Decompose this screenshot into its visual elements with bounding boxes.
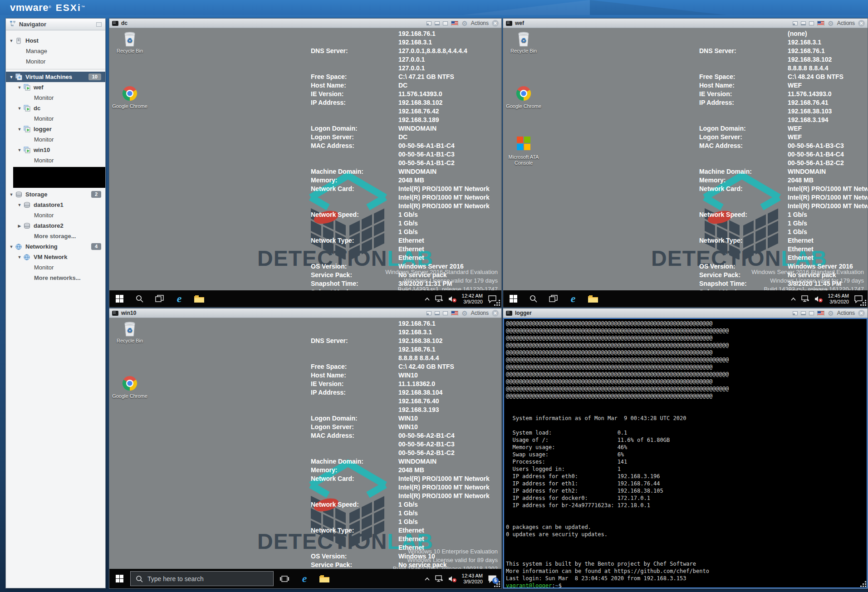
sidebar-item-monitor[interactable]: Monitor xyxy=(6,93,105,103)
ie-icon[interactable]: e xyxy=(169,290,189,307)
actions-button[interactable]: Actions xyxy=(837,20,855,26)
chevron-down-icon[interactable]: ▼ xyxy=(9,75,14,79)
ie-icon[interactable]: e xyxy=(563,290,583,307)
desktop-icon-microsoft-ata-console[interactable]: Microsoft ATA Console xyxy=(506,136,541,166)
sidebar-item-monitor[interactable]: Monitor xyxy=(6,113,105,124)
sidebar-item-monitor[interactable]: Monitor xyxy=(6,155,105,166)
window-titlebar[interactable]: logger ⚙ Actions ✕ xyxy=(503,308,868,318)
vm-desktop[interactable]: DETECTIONLAB ♻Recycle BinGoogle Chrome 1… xyxy=(109,28,501,307)
keyboard-layout-flag-icon[interactable] xyxy=(451,21,458,26)
desktop-icon-recycle-bin[interactable]: ♻Recycle Bin xyxy=(112,30,147,54)
chevron-down-icon[interactable]: ▼ xyxy=(17,203,22,207)
vm-desktop[interactable]: DETECTIONLAB ♻Recycle BinGoogle ChromeMi… xyxy=(503,28,868,307)
close-icon[interactable]: ✕ xyxy=(858,310,865,317)
taskview-icon[interactable] xyxy=(543,290,563,307)
gear-icon[interactable]: ⚙ xyxy=(828,20,834,27)
maximize-icon[interactable] xyxy=(809,311,814,315)
chevron-down-icon[interactable]: ▼ xyxy=(17,106,22,111)
fullscreen-console-icon[interactable] xyxy=(435,21,440,25)
chevron-down-icon[interactable]: ▼ xyxy=(17,127,22,132)
taskbar-clock[interactable]: 12:43 AM3/9/2020 xyxy=(462,573,483,585)
desktop-icon-google-chrome[interactable]: Google Chrome xyxy=(112,375,147,399)
gear-icon[interactable]: ⚙ xyxy=(828,310,834,317)
sidebar-item-vm-network[interactable]: ▼VM Network xyxy=(6,252,105,262)
window-titlebar[interactable]: win10 ⚙ Actions ✕ xyxy=(109,308,501,318)
sidebar-item-more-networks[interactable]: More networks... xyxy=(6,273,105,283)
close-icon[interactable]: ✕ xyxy=(492,20,499,27)
explorer-icon[interactable] xyxy=(314,569,334,588)
tray-muted-speaker-icon[interactable] xyxy=(448,575,457,582)
keyboard-layout-flag-icon[interactable] xyxy=(817,21,824,26)
sidebar-item-datastore1[interactable]: ▼datastore1 xyxy=(6,200,105,210)
fullscreen-console-icon[interactable] xyxy=(801,21,806,25)
actions-button[interactable]: Actions xyxy=(471,20,489,26)
fullscreen-console-icon[interactable] xyxy=(435,311,440,315)
sidebar-item-monitor[interactable]: Monitor xyxy=(6,56,105,67)
sidebar-item-networking[interactable]: ▼Networking4 xyxy=(6,241,105,252)
sidebar-item-wef[interactable]: ▼wef xyxy=(6,82,105,93)
resize-grip[interactable] xyxy=(860,581,867,587)
edge-icon[interactable]: e xyxy=(294,569,314,588)
taskbar-search-input[interactable]: Type here to search xyxy=(130,571,274,586)
gear-icon[interactable]: ⚙ xyxy=(461,20,467,27)
resize-grip[interactable] xyxy=(494,581,500,587)
sidebar-item-win10[interactable]: ▼win10 xyxy=(6,145,105,155)
tray-chevron-up-icon[interactable] xyxy=(424,577,430,581)
chevron-down-icon[interactable]: ▼ xyxy=(9,192,14,197)
close-icon[interactable]: ✕ xyxy=(858,20,865,27)
actions-button[interactable]: Actions xyxy=(837,310,855,316)
window-titlebar[interactable]: wef ⚙ Actions ✕ xyxy=(503,19,868,28)
fullscreen-console-icon[interactable] xyxy=(801,311,806,315)
taskview10-icon[interactable] xyxy=(275,569,294,588)
maximize-icon[interactable] xyxy=(443,311,448,315)
taskview-icon[interactable] xyxy=(149,290,169,307)
close-icon[interactable]: ✕ xyxy=(492,310,499,317)
collapse-panel-icon[interactable] xyxy=(96,22,102,27)
search-icon[interactable] xyxy=(523,290,543,307)
popout-console-icon[interactable] xyxy=(793,21,798,25)
tray-muted-speaker-icon[interactable] xyxy=(814,295,823,303)
keyboard-layout-flag-icon[interactable] xyxy=(817,311,824,316)
maximize-icon[interactable] xyxy=(443,21,448,25)
popout-console-icon[interactable] xyxy=(427,311,432,315)
chevron-down-icon[interactable]: ▼ xyxy=(17,255,22,259)
desktop-icon-recycle-bin[interactable]: ♻Recycle Bin xyxy=(506,30,541,54)
taskbar-clock[interactable]: 12:45 AM3/9/2020 xyxy=(828,293,849,305)
desktop-icon-google-chrome[interactable]: Google Chrome xyxy=(506,85,541,109)
tray-muted-speaker-icon[interactable] xyxy=(448,295,457,303)
sidebar-item-manage[interactable]: Manage xyxy=(6,46,105,56)
tray-network-icon[interactable] xyxy=(435,295,443,302)
chevron-right-icon[interactable]: ▶ xyxy=(17,224,22,228)
desktop-icon-google-chrome[interactable]: Google Chrome xyxy=(112,85,147,109)
sidebar-item-host[interactable]: ▼Host xyxy=(6,35,105,46)
chevron-down-icon[interactable]: ▼ xyxy=(9,245,14,249)
start-icon[interactable] xyxy=(503,290,523,307)
chevron-down-icon[interactable]: ▼ xyxy=(9,39,14,43)
start-icon[interactable] xyxy=(109,290,129,307)
sidebar-item-monitor[interactable]: Monitor xyxy=(6,134,105,145)
window-titlebar[interactable]: dc ⚙ Actions ✕ xyxy=(109,19,501,28)
explorer-icon[interactable] xyxy=(583,290,603,307)
chevron-down-icon[interactable]: ▼ xyxy=(17,148,22,152)
popout-console-icon[interactable] xyxy=(793,311,798,315)
linux-terminal[interactable]: @@@@@@@@@@@@@@@@@@@@@@@@@@@@@@@@@@@@@@@@… xyxy=(503,318,868,588)
actions-button[interactable]: Actions xyxy=(471,310,489,316)
sidebar-item-logger[interactable]: ▼logger xyxy=(6,124,105,134)
sidebar-item-dc[interactable]: ▼dc xyxy=(6,103,105,113)
tray-network-icon[interactable] xyxy=(801,295,809,302)
vm-desktop[interactable]: DETECTIONLAB ♻Recycle BinGoogle Chrome 1… xyxy=(109,318,501,588)
start-icon[interactable] xyxy=(109,569,129,588)
taskbar-clock[interactable]: 12:42 AM3/9/2020 xyxy=(462,293,483,305)
vm-console-window-win10[interactable]: win10 ⚙ Actions ✕ DETECTIONLAB ♻Recycle … xyxy=(109,308,502,589)
tray-network-icon[interactable] xyxy=(435,575,443,582)
maximize-icon[interactable] xyxy=(809,21,814,25)
resize-grip[interactable] xyxy=(494,299,500,306)
gear-icon[interactable]: ⚙ xyxy=(461,310,467,317)
keyboard-layout-flag-icon[interactable] xyxy=(451,311,458,316)
sidebar-item-storage[interactable]: ▼Storage2 xyxy=(6,189,105,200)
vm-console-window-wef[interactable]: wef ⚙ Actions ✕ DETECTIONLAB ♻Recycle Bi… xyxy=(503,18,868,308)
sidebar-item-monitor[interactable]: Monitor xyxy=(6,210,105,220)
sidebar-item-virtual-machines[interactable]: ▼Virtual Machines10 xyxy=(6,72,105,82)
resize-grip[interactable] xyxy=(860,299,867,306)
tray-chevron-up-icon[interactable] xyxy=(790,297,796,301)
